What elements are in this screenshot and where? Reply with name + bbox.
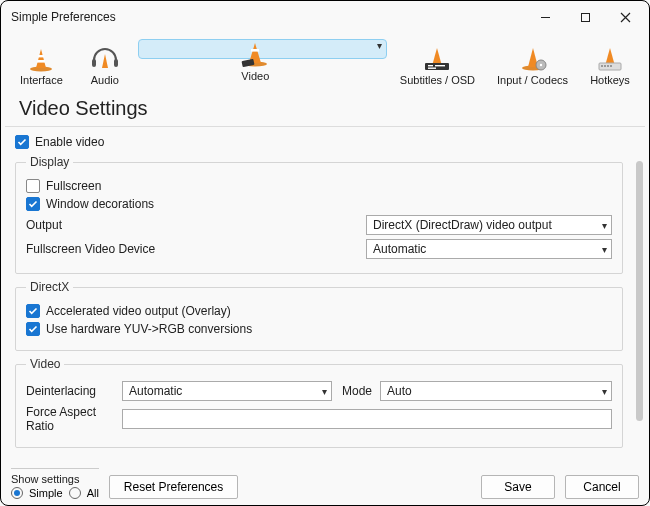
minimize-button[interactable] <box>525 2 565 32</box>
tab-label: Hotkeys <box>590 74 630 86</box>
checkbox-label: Accelerated video output (Overlay) <box>46 304 231 318</box>
checkbox-label: Fullscreen <box>46 179 101 193</box>
output-label: Output <box>26 218 366 232</box>
deinterlacing-label: Deinterlacing <box>26 384 122 398</box>
group-legend: Display <box>26 155 73 169</box>
checkbox-label: Enable video <box>35 135 104 149</box>
page-title: Video Settings <box>5 95 645 127</box>
tab-label: Input / Codecs <box>497 74 568 86</box>
svg-rect-9 <box>425 63 449 70</box>
cancel-button[interactable]: Cancel <box>565 475 639 499</box>
svg-rect-18 <box>604 65 606 67</box>
svg-rect-17 <box>601 65 603 67</box>
svg-rect-11 <box>435 65 445 66</box>
window-decorations-checkbox[interactable]: Window decorations <box>26 197 612 211</box>
svg-rect-4 <box>92 59 96 67</box>
svg-rect-3 <box>37 60 45 63</box>
group-legend: Video <box>26 357 64 371</box>
cone-icon <box>24 44 58 72</box>
titlebar: Simple Preferences <box>1 1 649 33</box>
radio-label: Simple <box>29 487 63 499</box>
tab-audio[interactable]: Audio <box>76 39 134 93</box>
subtitle-cone-icon <box>420 44 454 72</box>
headphones-cone-icon <box>88 44 122 72</box>
tab-input-codecs[interactable]: Input / Codecs <box>488 39 577 93</box>
fullscreen-checkbox[interactable]: Fullscreen <box>26 179 612 193</box>
checkbox-checked-icon <box>26 322 40 336</box>
checkbox-checked-icon <box>15 135 29 149</box>
close-button[interactable] <box>605 2 645 32</box>
checkbox-unchecked-icon <box>26 179 40 193</box>
deinterlacing-select[interactable]: Automatic <box>122 381 332 401</box>
enable-video-checkbox[interactable]: Enable video <box>15 135 623 149</box>
svg-point-15 <box>539 64 541 66</box>
window-title: Simple Preferences <box>11 10 116 24</box>
tab-hotkeys[interactable]: Hotkeys <box>581 39 639 93</box>
svg-rect-10 <box>428 65 433 66</box>
svg-rect-5 <box>114 59 118 67</box>
tab-video[interactable]: Video <box>138 39 387 59</box>
radio-label: All <box>87 487 99 499</box>
svg-rect-20 <box>610 65 612 67</box>
footer: Show settings Simple All Reset Preferenc… <box>11 468 639 499</box>
reset-preferences-button[interactable]: Reset Preferences <box>109 475 238 499</box>
svg-rect-0 <box>581 13 589 21</box>
tab-label: Subtitles / OSD <box>400 74 475 86</box>
tab-label: Interface <box>20 74 63 86</box>
disc-cone-icon <box>516 44 550 72</box>
category-tabs: Interface Audio Video Subtitles / OSD In… <box>1 33 649 95</box>
show-settings-group: Show settings Simple All <box>11 468 99 499</box>
keyboard-cone-icon <box>593 44 627 72</box>
fullscreen-device-label: Fullscreen Video Device <box>26 242 366 256</box>
clapper-cone-icon <box>238 40 272 68</box>
settings-content: Enable video Display Fullscreen Window d… <box>15 131 629 457</box>
checkbox-checked-icon <box>26 197 40 211</box>
checkbox-checked-icon <box>26 304 40 318</box>
svg-rect-7 <box>251 49 259 52</box>
fullscreen-device-select[interactable]: Automatic <box>366 239 612 259</box>
maximize-button[interactable] <box>565 2 605 32</box>
tab-label: Audio <box>91 74 119 86</box>
video-group: Video Deinterlacing Automatic Mode Auto … <box>15 357 623 448</box>
scrollbar-thumb[interactable] <box>636 161 643 421</box>
force-aspect-ratio-input[interactable] <box>122 409 612 429</box>
checkbox-label: Use hardware YUV->RGB conversions <box>46 322 252 336</box>
tab-subtitles[interactable]: Subtitles / OSD <box>391 39 484 93</box>
force-aspect-ratio-label: Force Aspect Ratio <box>26 405 122 433</box>
svg-rect-2 <box>38 55 44 57</box>
radio-all[interactable] <box>69 487 81 499</box>
output-select[interactable]: DirectX (DirectDraw) video output <box>366 215 612 235</box>
mode-label: Mode <box>342 384 372 398</box>
display-group: Display Fullscreen Window decorations Ou… <box>15 155 623 274</box>
save-button[interactable]: Save <box>481 475 555 499</box>
accelerated-output-checkbox[interactable]: Accelerated video output (Overlay) <box>26 304 612 318</box>
tab-interface[interactable]: Interface <box>11 39 72 93</box>
checkbox-label: Window decorations <box>46 197 154 211</box>
mode-select[interactable]: Auto <box>380 381 612 401</box>
radio-simple[interactable] <box>11 487 23 499</box>
group-legend: DirectX <box>26 280 73 294</box>
tab-label: Video <box>241 70 269 82</box>
yuv-rgb-checkbox[interactable]: Use hardware YUV->RGB conversions <box>26 322 612 336</box>
directx-group: DirectX Accelerated video output (Overla… <box>15 280 623 351</box>
svg-rect-12 <box>428 68 436 69</box>
svg-rect-19 <box>607 65 609 67</box>
show-settings-label: Show settings <box>11 473 99 485</box>
